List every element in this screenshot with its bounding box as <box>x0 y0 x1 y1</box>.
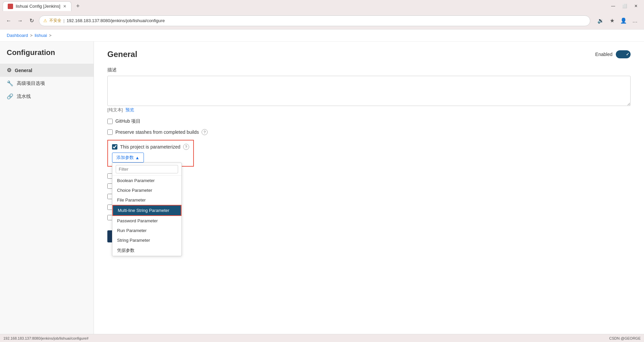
address-bar-row: ← → ↻ ⚠ 不安全 | 192.168.183.137:8080/jenki… <box>0 12 644 30</box>
dropdown-item-multiline[interactable]: Multi-line String Parameter <box>112 205 181 216</box>
dropdown-item-file[interactable]: File Parameter <box>112 195 181 205</box>
enabled-label: Enabled <box>595 52 612 57</box>
wrench-icon: 🔧 <box>7 80 13 87</box>
add-param-dropdown-container: 添加参数 ▲ Boolean Parameter Choice Paramete… <box>112 153 189 163</box>
parameterized-help-icon[interactable]: ? <box>183 144 189 150</box>
sidebar-item-advanced[interactable]: 🔧 高级项目选项 <box>0 77 94 90</box>
favorites-button[interactable]: ★ <box>607 16 617 26</box>
extra-checkbox-1 <box>107 173 631 179</box>
dropdown-item-string[interactable]: String Parameter <box>112 235 181 245</box>
breadcrumb-sep2: > <box>49 33 52 38</box>
status-watermark: CSDN @GEORGE <box>609 336 641 340</box>
new-tab-button[interactable]: + <box>73 3 83 10</box>
gear-icon: ⚙ <box>7 67 11 73</box>
status-url: 192.168.183.137:8080/jenkins/job/lishuai… <box>3 336 89 340</box>
enabled-toggle-group: Enabled <box>595 50 631 58</box>
text-format-label: [纯文本] <box>107 107 123 112</box>
main-content: General Enabled 描述 [纯文本] 预览 GitHub 项目 <box>94 42 644 342</box>
browser-actions: 🔉 ★ 👤 … <box>596 16 640 26</box>
url-divider: | <box>63 18 64 23</box>
page-layout: Configuration ⚙ General 🔧 高级项目选项 🔗 流水线 G… <box>0 42 644 342</box>
dropdown-filter-input[interactable] <box>116 165 178 173</box>
back-button[interactable]: ← <box>4 16 13 25</box>
section-header: General Enabled <box>107 50 631 59</box>
close-button[interactable]: ✕ <box>631 1 641 11</box>
breadcrumb-sep1: > <box>30 33 33 38</box>
tab-close-icon[interactable]: ✕ <box>63 4 66 9</box>
url-text: 192.168.183.137:8080/jenkins/job/lishuai… <box>66 18 165 23</box>
parameterized-checkbox[interactable] <box>112 144 117 150</box>
description-textarea[interactable] <box>107 76 631 106</box>
favicon <box>8 4 13 9</box>
sidebar-item-pipeline[interactable]: 🔗 流水线 <box>0 90 94 103</box>
text-format-links: [纯文本] 预览 <box>107 107 631 113</box>
extra-checkbox-3: 流水线 <box>107 193 631 199</box>
preview-link[interactable]: 预览 <box>125 107 134 112</box>
footer-buttons: 保存 应用 <box>107 230 631 242</box>
dropdown-item-credential[interactable]: 凭据参数 <box>112 245 181 256</box>
description-label: 描述 <box>107 67 631 73</box>
breadcrumb-dashboard[interactable]: Dashboard <box>7 33 28 38</box>
dropdown-item-boolean[interactable]: Boolean Parameter <box>112 176 181 185</box>
sidebar-pipeline-label: 流水线 <box>17 94 31 100</box>
window-controls: — ⬜ ✕ <box>608 1 641 11</box>
extra-checkbox-2 <box>107 183 631 189</box>
github-label: GitHub 项目 <box>115 118 141 124</box>
preserve-stashes-help-icon[interactable]: ? <box>202 129 208 135</box>
browser-window: lishuai Config [Jenkins] ✕ + — ⬜ ✕ ← → ↻… <box>0 0 644 342</box>
dropdown-filter-container <box>112 163 181 176</box>
parameterized-label: This project is parameterized <box>120 144 180 150</box>
menu-button[interactable]: … <box>630 16 640 26</box>
tab-title: lishuai Config [Jenkins] <box>16 4 60 9</box>
dropdown-item-choice[interactable]: Choice Parameter <box>112 185 181 195</box>
breadcrumb: Dashboard > lishuai > <box>0 30 644 42</box>
sidebar: Configuration ⚙ General 🔧 高级项目选项 🔗 流水线 <box>0 42 94 342</box>
sidebar-title: Configuration <box>0 48 94 64</box>
preserve-stashes-label: Preserve stashes from completed builds <box>115 129 199 135</box>
param-dropdown-menu: Boolean Parameter Choice Parameter File … <box>112 163 182 256</box>
minimize-button[interactable]: — <box>608 1 619 11</box>
tab-bar: lishuai Config [Jenkins] ✕ + — ⬜ ✕ <box>0 0 644 12</box>
preserve-stashes-row: Preserve stashes from completed builds ? <box>107 129 631 135</box>
security-icon: ⚠ <box>43 18 47 23</box>
address-bar[interactable]: ⚠ 不安全 | 192.168.183.137:8080/jenkins/job… <box>39 15 590 26</box>
forward-button[interactable]: → <box>15 16 25 25</box>
maximize-button[interactable]: ⬜ <box>619 1 630 11</box>
dropdown-item-run[interactable]: Run Parameter <box>112 226 181 235</box>
reload-button[interactable]: ↻ <box>27 16 36 25</box>
sidebar-advanced-label: 高级项目选项 <box>17 80 45 87</box>
preserve-stashes-checkbox[interactable] <box>107 129 113 135</box>
github-row: GitHub 项目 <box>107 118 631 124</box>
status-bar: 192.168.183.137:8080/jenkins/job/lishuai… <box>0 334 644 342</box>
sidebar-item-general[interactable]: ⚙ General <box>0 64 94 77</box>
dropdown-arrow-icon: ▲ <box>135 155 140 160</box>
read-aloud-button[interactable]: 🔉 <box>596 16 606 26</box>
pipeline-icon: 🔗 <box>7 93 13 100</box>
security-label: 不安全 <box>49 18 61 23</box>
breadcrumb-lishuai[interactable]: lishuai <box>35 33 47 38</box>
browser-tab[interactable]: lishuai Config [Jenkins] ✕ <box>3 1 71 11</box>
add-param-button[interactable]: 添加参数 ▲ <box>112 153 144 163</box>
add-param-label: 添加参数 <box>116 155 134 161</box>
parameterized-row: This project is parameterized ? <box>112 144 189 150</box>
sidebar-general-label: General <box>15 68 32 73</box>
parameterized-section: This project is parameterized ? 添加参数 ▲ <box>107 140 194 167</box>
extra-checkbox-4: ? <box>107 204 631 210</box>
github-checkbox[interactable] <box>107 119 113 124</box>
enabled-toggle[interactable] <box>616 50 631 58</box>
dropdown-item-password[interactable]: Password Parameter <box>112 216 181 226</box>
extra-checkbox-5 <box>107 215 631 220</box>
bottom-checkboxes: 流水线 ? <box>107 173 631 220</box>
section-title: General <box>107 50 137 59</box>
nav-controls: ← → ↻ <box>4 16 36 25</box>
profile-button[interactable]: 👤 <box>619 16 629 26</box>
